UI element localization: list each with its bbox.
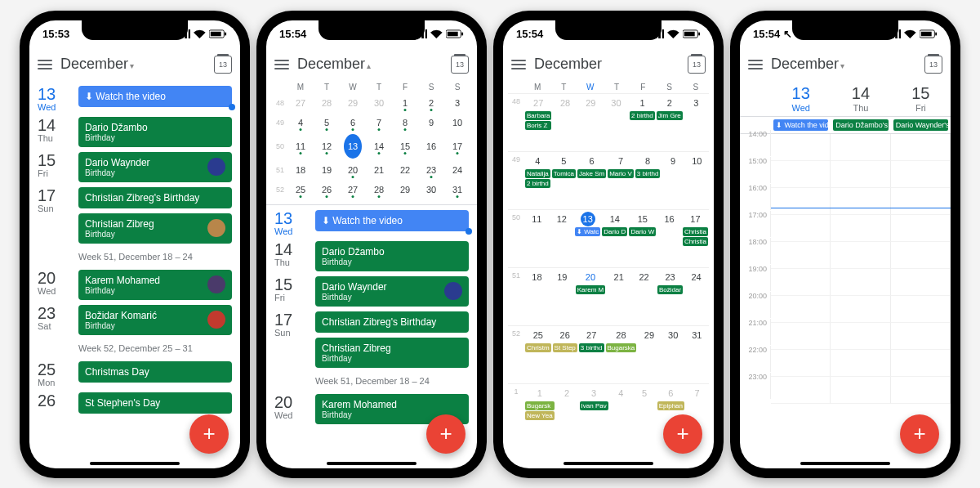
month-day[interactable]: 13⬇ Watc — [574, 210, 601, 267]
menu-icon[interactable] — [511, 60, 526, 69]
month-day[interactable]: 12 — [550, 210, 575, 267]
event-chip[interactable]: Christia — [683, 237, 708, 246]
event-chip[interactable]: Bugarsk — [525, 401, 555, 410]
event-card[interactable]: Christian Zibreg's Birthday — [315, 311, 469, 333]
event-chip[interactable]: Dario W — [629, 227, 656, 236]
menu-icon[interactable] — [274, 60, 289, 69]
create-event-fab[interactable]: + — [663, 414, 702, 454]
month-day[interactable]: 29 — [578, 94, 604, 151]
month-day[interactable]: 83 birthd — [635, 152, 662, 209]
mini-day[interactable]: 2 — [418, 95, 444, 111]
event-card[interactable]: Christmas Day — [78, 361, 232, 383]
month-day[interactable]: 17ChristiaChristia — [682, 210, 709, 267]
mini-day[interactable]: 11 — [287, 138, 314, 154]
month-day[interactable]: 273 birthd — [578, 326, 605, 383]
month-picker[interactable]: December — [534, 56, 604, 73]
month-day[interactable]: 18 — [524, 268, 550, 325]
month-day[interactable]: 19 — [550, 268, 575, 325]
month-day[interactable]: 6Jake Sm — [577, 152, 607, 209]
schedule-day[interactable]: 20 Wed Karem MohamedBirthday — [29, 265, 240, 300]
month-day[interactable]: 30 — [604, 94, 629, 151]
create-event-fab[interactable]: + — [900, 414, 939, 454]
mini-day[interactable]: 15 — [392, 138, 418, 154]
month-day[interactable]: 24 — [684, 268, 709, 325]
month-day[interactable]: 11 — [524, 210, 550, 267]
today-button[interactable]: 13 — [688, 56, 706, 74]
mini-day[interactable]: 4 — [287, 114, 314, 131]
mini-day[interactable]: 23 — [418, 162, 444, 178]
allday-event[interactable]: Dario Waynder's — [893, 119, 948, 131]
mini-day[interactable]: 30 — [366, 95, 392, 111]
event-chip[interactable]: 2 birthd — [630, 111, 655, 120]
month-day[interactable]: 26St Step — [552, 326, 578, 383]
schedule-day[interactable]: 14 Thu Dario DžamboBirthday — [29, 112, 240, 147]
mini-day[interactable]: 18 — [287, 162, 314, 178]
schedule-day[interactable]: 17 Sun Christian Zibreg's Birthday Chris… — [29, 182, 240, 244]
mini-day[interactable]: 9 — [418, 114, 444, 131]
schedule-day[interactable]: 14 Thu Dario DžamboBirthday — [266, 236, 477, 271]
event-chip[interactable]: Tomica — [552, 169, 576, 178]
mini-day[interactable]: 29 — [392, 181, 418, 198]
create-event-fab[interactable]: + — [189, 414, 229, 454]
month-day[interactable]: 28 — [552, 94, 577, 151]
mini-day[interactable]: 22 — [392, 162, 418, 178]
mini-day[interactable]: 28 — [366, 181, 392, 198]
allday-event[interactable]: Dario Džambo's b — [833, 119, 888, 131]
today-button[interactable]: 13 — [924, 56, 942, 74]
event-card[interactable]: Dario DžamboBirthday — [78, 117, 232, 147]
event-chip[interactable]: Dario D — [602, 227, 627, 236]
schedule-day[interactable]: 15 Fri Dario WaynderBirthday — [266, 271, 477, 307]
month-day[interactable]: 5Tomica — [551, 152, 577, 209]
mini-day[interactable]: 6 — [340, 114, 366, 131]
month-day[interactable]: 28Bugarska — [605, 326, 638, 383]
event-chip[interactable]: Jim Gre — [657, 111, 683, 120]
event-card[interactable]: Dario WaynderBirthday — [315, 276, 469, 307]
month-day[interactable]: 12 birthd — [629, 94, 656, 151]
month-picker[interactable]: December▾ — [60, 56, 134, 73]
event-card[interactable]: St Stephen's Day — [78, 392, 232, 414]
month-day[interactable]: 4 — [609, 384, 633, 441]
mini-day[interactable]: 28 — [314, 95, 340, 111]
event-card[interactable]: Christian ZibregBirthday — [315, 338, 469, 368]
mini-day[interactable]: 7 — [366, 114, 392, 131]
menu-icon[interactable] — [748, 60, 763, 69]
event-card[interactable]: Dario DžamboBirthday — [315, 241, 469, 271]
mini-day[interactable]: 19 — [314, 162, 340, 178]
month-day[interactable]: 16 — [657, 210, 682, 267]
month-day[interactable]: 15Dario W — [628, 210, 657, 267]
event-chip[interactable]: Epiphan — [657, 401, 684, 410]
month-day[interactable]: 1BugarskNew Yea — [524, 384, 555, 441]
mini-day[interactable]: 17 — [444, 138, 470, 154]
event-card[interactable]: Božidar KomarićBirthday — [78, 305, 232, 335]
event-chip[interactable]: 3 birthd — [635, 169, 661, 178]
today-button[interactable]: 13 — [214, 56, 232, 74]
month-day[interactable]: 22 — [631, 268, 657, 325]
mini-day[interactable]: 31 — [444, 181, 470, 198]
month-day[interactable]: 3 — [684, 94, 709, 151]
schedule-day[interactable]: 25 Mon Christmas Day — [29, 356, 240, 387]
event-chip[interactable]: Christia — [683, 227, 708, 236]
month-day[interactable]: 5 — [633, 384, 657, 441]
event-chip[interactable]: Boris Z — [525, 121, 551, 130]
mini-day[interactable]: 21 — [366, 162, 392, 178]
month-day[interactable]: 21 — [606, 268, 631, 325]
month-day[interactable]: 14Dario D — [601, 210, 628, 267]
event-chip[interactable]: Barbara — [525, 111, 551, 120]
event-card[interactable]: Karem MohamedBirthday — [78, 270, 232, 300]
day-column-header[interactable]: 14Thu — [831, 81, 890, 116]
mini-day[interactable]: 14 — [366, 138, 392, 154]
month-day[interactable]: 29 — [637, 326, 661, 383]
event-card[interactable]: ⬇ Watch the video — [315, 210, 469, 231]
mini-day[interactable]: 1 — [392, 95, 418, 111]
schedule-day[interactable]: 17 Sun Christian Zibreg's Birthday Chris… — [266, 307, 477, 368]
mini-day[interactable]: 29 — [340, 95, 366, 111]
month-day[interactable]: 23Božidar — [657, 268, 684, 325]
month-day[interactable]: 25Christm — [524, 326, 552, 383]
month-day[interactable]: 3Ivan Pav — [579, 384, 609, 441]
month-day[interactable]: 31 — [685, 326, 709, 383]
mini-day[interactable]: 16 — [418, 138, 444, 154]
schedule-day[interactable]: 23 Sat Božidar KomarićBirthday — [29, 300, 240, 335]
event-chip[interactable]: Jake Sm — [577, 169, 606, 178]
event-chip[interactable]: Mario V — [608, 169, 634, 178]
month-day[interactable]: 4Natalija2 birthd — [524, 152, 551, 209]
